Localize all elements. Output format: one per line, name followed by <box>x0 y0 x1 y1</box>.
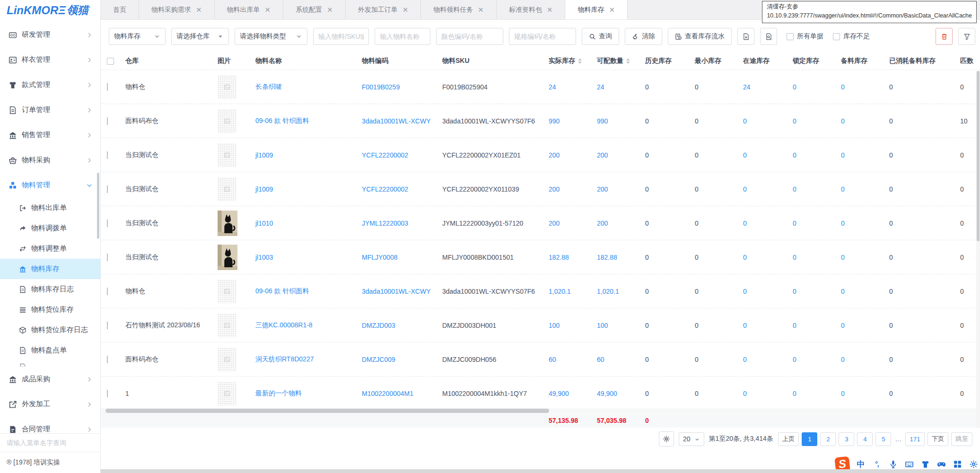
cell-reserve[interactable]: 0 <box>836 322 884 329</box>
warehouse-select[interactable]: 请选择仓库 <box>171 28 229 45</box>
close-icon[interactable]: ✕ <box>196 6 202 13</box>
sidebar-item-物料采购[interactable]: 物料采购 <box>0 148 100 173</box>
cell-locked[interactable]: 0 <box>788 356 836 363</box>
tab-标准资料包[interactable]: 标准资料包✕ <box>497 0 566 19</box>
tab-物料出库单[interactable]: 物料出库单✕ <box>215 0 284 19</box>
spec-filter-input[interactable] <box>514 33 571 40</box>
cell-available[interactable]: 24 <box>592 83 640 91</box>
sidebar-subitem-物料调整单[interactable]: 物料调整单 <box>0 238 100 259</box>
punctuation-icon[interactable]: °, <box>872 459 882 469</box>
cell-actual[interactable]: 182.88 <box>544 254 592 261</box>
page-button-3[interactable]: 3 <box>839 432 854 446</box>
image-cell[interactable] <box>213 109 251 133</box>
cell-name[interactable]: jl1009 <box>251 185 357 193</box>
table-settings-button[interactable] <box>659 431 674 447</box>
menu-search-input[interactable] <box>7 439 94 447</box>
cell-code[interactable]: YCFL22200002 <box>357 185 438 193</box>
cell-actual[interactable]: 1,020.1 <box>544 288 592 295</box>
cell-available[interactable]: 200 <box>592 151 640 159</box>
cell-locked[interactable]: 0 <box>788 390 836 397</box>
page-button-171[interactable]: 171 <box>905 432 924 446</box>
image-cell[interactable] <box>213 245 251 270</box>
page-button-1[interactable]: 1 <box>802 432 817 446</box>
cell-transit[interactable]: 0 <box>738 322 788 329</box>
cell-code[interactable]: 3dada10001WL-XCWY <box>357 288 438 295</box>
cell-available[interactable]: 100 <box>592 322 640 329</box>
row-checkbox[interactable] <box>107 356 108 363</box>
cell-reserve[interactable]: 0 <box>836 356 884 363</box>
image-cell[interactable] <box>213 382 251 405</box>
mic-icon[interactable] <box>888 459 898 469</box>
query-button[interactable]: 查询 <box>582 28 619 45</box>
cell-reserve[interactable]: 0 <box>836 219 884 227</box>
tab-系统配置[interactable]: 系统配置✕ <box>283 0 346 19</box>
cell-locked[interactable]: 0 <box>788 219 836 227</box>
close-icon[interactable]: ✕ <box>609 6 615 13</box>
cell-name[interactable]: jl1010 <box>251 219 357 227</box>
cell-transit[interactable]: 0 <box>738 117 788 125</box>
horizontal-scrollbar-thumb[interactable] <box>105 409 549 413</box>
cell-name[interactable]: 09-06 款 针织面料 <box>251 287 357 296</box>
close-icon[interactable]: ✕ <box>547 6 553 13</box>
cell-code[interactable]: F0019B0259 <box>357 83 438 91</box>
row-checkbox[interactable] <box>107 83 108 91</box>
sidebar-subitem-物料出库单[interactable]: 物料出库单 <box>0 198 100 218</box>
material-type-select[interactable]: 请选择物料类型 <box>235 28 307 45</box>
image-cell[interactable] <box>213 314 251 337</box>
skin-icon[interactable] <box>920 459 930 469</box>
cell-transit[interactable]: 0 <box>738 219 788 227</box>
page-button-4[interactable]: 4 <box>857 432 873 446</box>
low-stock-checkbox[interactable]: 库存不足 <box>833 32 870 41</box>
chinese-mode-icon[interactable]: 中 <box>856 459 866 469</box>
horizontal-scrollbar[interactable] <box>101 408 980 413</box>
page-button-5[interactable]: 5 <box>875 432 891 446</box>
sidebar-item-外发加工[interactable]: 外发加工 <box>0 392 100 417</box>
cell-locked[interactable]: 0 <box>788 288 836 295</box>
next-page-button[interactable]: 下页 <box>928 432 949 446</box>
sidebar-item-成品采购[interactable]: 成品采购 <box>0 367 100 392</box>
cell-code[interactable]: DMZJC009 <box>357 356 438 363</box>
close-icon[interactable]: ✕ <box>402 6 409 13</box>
cell-transit[interactable]: 24 <box>738 83 788 91</box>
cell-code[interactable]: JYML12220003 <box>357 219 438 227</box>
row-checkbox[interactable] <box>107 151 108 159</box>
cell-reserve[interactable]: 0 <box>836 117 884 125</box>
row-checkbox[interactable] <box>107 322 108 329</box>
row-checkbox[interactable] <box>107 219 108 227</box>
cell-locked[interactable]: 0 <box>788 185 836 193</box>
clear-button[interactable]: 清除 <box>625 28 662 45</box>
column-header-实际库存[interactable]: 实际库存 <box>544 57 592 65</box>
sidebar-subitem-物料库存日志[interactable]: 物料库存日志 <box>0 279 100 299</box>
cell-reserve[interactable]: 0 <box>836 254 884 261</box>
page-ellipsis[interactable]: … <box>894 432 902 446</box>
tab-物料领料任务[interactable]: 物料领料任务✕ <box>421 0 497 19</box>
sidebar-subitem-物料货位库存日志[interactable]: 物料货位库存日志 <box>0 320 100 340</box>
cell-transit[interactable]: 0 <box>738 151 788 159</box>
all-docs-checkbox[interactable]: 所有单据 <box>787 32 823 41</box>
cell-locked[interactable]: 0 <box>788 254 836 261</box>
cell-actual[interactable]: 200 <box>544 219 592 227</box>
cell-name[interactable]: 三德KC.00008R1-8 <box>251 321 357 330</box>
cell-code[interactable]: M1002200004M1 <box>357 390 438 397</box>
column-header-可配数量[interactable]: 可配数量 <box>592 57 640 65</box>
sidebar-subitem-物料调拨单[interactable]: 物料调拨单 <box>0 218 100 238</box>
sidebar-subitem-物料盘点单[interactable]: 物料盘点单 <box>0 340 100 360</box>
cell-available[interactable]: 200 <box>592 219 640 227</box>
row-checkbox[interactable] <box>107 254 108 261</box>
cell-available[interactable]: 49,900 <box>592 390 640 397</box>
vertical-scrollbar[interactable] <box>976 71 980 428</box>
sidebar-item-销售管理[interactable]: 销售管理 <box>0 123 100 148</box>
row-checkbox[interactable] <box>107 185 108 193</box>
sidebar-item-物料管理[interactable]: 物料管理 <box>0 173 100 198</box>
cell-transit[interactable]: 0 <box>738 390 788 397</box>
delete-button[interactable] <box>936 28 953 45</box>
sort-icon[interactable] <box>578 58 582 64</box>
export-file-button[interactable] <box>737 28 754 45</box>
sku-filter-input[interactable] <box>318 33 364 40</box>
keyboard-icon[interactable] <box>904 459 914 469</box>
close-icon[interactable]: ✕ <box>265 6 271 13</box>
cell-actual[interactable]: 990 <box>544 117 592 125</box>
sidebar-subitem-物料货位库存[interactable]: 物料货位库存 <box>0 299 100 320</box>
filter-button[interactable] <box>958 28 975 45</box>
cell-code[interactable]: MFLJY0008 <box>357 254 438 261</box>
